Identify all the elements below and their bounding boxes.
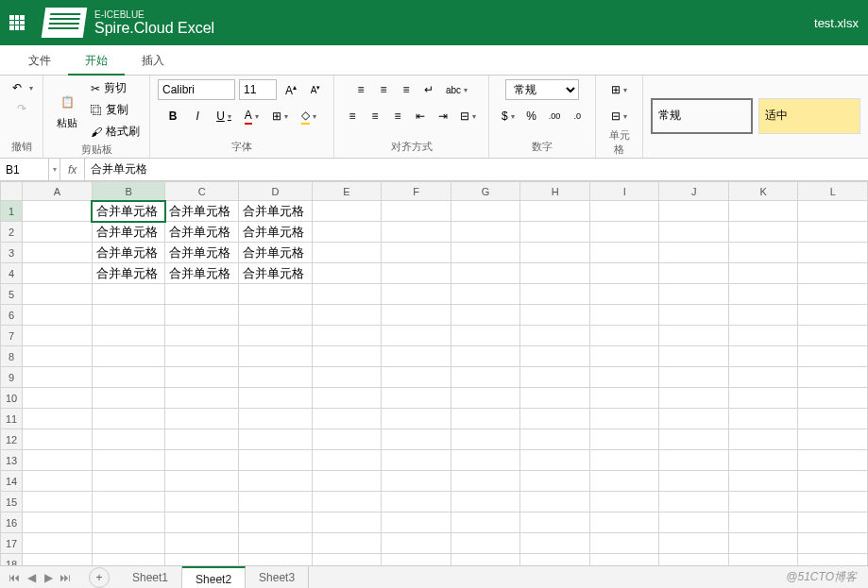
cell-H15[interactable]	[520, 492, 590, 512]
cell-H17[interactable]	[520, 533, 590, 554]
col-header-K[interactable]: K	[728, 182, 798, 201]
style-neutral[interactable]: 适中	[758, 98, 860, 134]
cell-G9[interactable]	[451, 367, 520, 388]
cell-D6[interactable]	[239, 305, 313, 326]
cell-J17[interactable]	[659, 533, 729, 554]
paste-button[interactable]: 📋 粘贴	[51, 88, 83, 132]
sheet-next-button[interactable]: ▶	[40, 569, 57, 586]
cell-H11[interactable]	[520, 409, 590, 429]
cell-D16[interactable]	[239, 512, 313, 533]
cell-B13[interactable]	[92, 450, 165, 471]
cell-C11[interactable]	[165, 409, 239, 429]
cell-A6[interactable]	[23, 305, 93, 326]
cell-F2[interactable]	[382, 222, 451, 243]
cell-E14[interactable]	[312, 471, 382, 492]
italic-button[interactable]: I	[187, 106, 208, 126]
row-header-14[interactable]: 14	[1, 471, 23, 492]
cell-G2[interactable]	[451, 222, 520, 243]
cell-K13[interactable]	[728, 450, 798, 471]
font-name-combo[interactable]	[158, 79, 235, 100]
cell-F9[interactable]	[382, 367, 451, 388]
wrap-text-button[interactable]: ↵	[418, 79, 439, 100]
insert-cell-button[interactable]: ⊞▾	[606, 79, 632, 100]
row-header-11[interactable]: 11	[1, 409, 23, 429]
col-header-B[interactable]: B	[92, 182, 165, 201]
cell-I16[interactable]	[589, 512, 659, 533]
cell-D9[interactable]	[239, 367, 313, 388]
cell-E18[interactable]	[312, 554, 382, 566]
cell-C15[interactable]	[165, 492, 239, 512]
cell-L11[interactable]	[798, 409, 868, 429]
cell-K7[interactable]	[728, 326, 798, 346]
cell-E7[interactable]	[312, 326, 382, 346]
cell-D12[interactable]	[239, 429, 313, 450]
col-header-C[interactable]: C	[165, 182, 239, 201]
cell-H9[interactable]	[520, 367, 590, 388]
row-header-17[interactable]: 17	[1, 533, 23, 554]
add-sheet-button[interactable]: +	[89, 567, 110, 588]
cell-H16[interactable]	[520, 512, 590, 533]
cell-E10[interactable]	[312, 388, 382, 409]
cell-G17[interactable]	[451, 533, 520, 554]
sheet-tab-sheet1[interactable]: Sheet1	[119, 566, 182, 589]
cell-E9[interactable]	[312, 367, 382, 388]
cell-K17[interactable]	[728, 533, 798, 554]
cell-H18[interactable]	[520, 554, 590, 566]
cell-E13[interactable]	[312, 450, 382, 471]
cell-B10[interactable]	[92, 388, 165, 409]
cell-J9[interactable]	[659, 367, 729, 388]
cell-G13[interactable]	[451, 450, 520, 471]
cell-K16[interactable]	[728, 512, 798, 533]
bold-button[interactable]: B	[162, 106, 183, 126]
cell-G11[interactable]	[451, 409, 520, 429]
cell-J8[interactable]	[659, 346, 729, 367]
name-box[interactable]: B1	[0, 159, 49, 180]
cell-L4[interactable]	[798, 263, 868, 284]
row-header-3[interactable]: 3	[1, 243, 23, 263]
cell-J16[interactable]	[659, 512, 729, 533]
cell-C1[interactable]: 合并单元格	[165, 201, 239, 222]
cell-F18[interactable]	[382, 554, 451, 566]
cell-H6[interactable]	[520, 305, 590, 326]
cell-A15[interactable]	[23, 492, 93, 512]
cell-D7[interactable]	[239, 326, 313, 346]
cell-H7[interactable]	[520, 326, 590, 346]
cut-button[interactable]: ✂ 剪切	[89, 79, 142, 97]
redo-button[interactable]: ↷	[12, 100, 31, 117]
cell-F3[interactable]	[382, 243, 451, 263]
app-launcher-icon[interactable]	[9, 15, 25, 30]
font-color-button[interactable]: A▾	[240, 106, 264, 126]
cell-A16[interactable]	[23, 512, 93, 533]
align-top-button[interactable]: ≡	[350, 79, 371, 100]
cell-J14[interactable]	[659, 471, 729, 492]
cell-A11[interactable]	[23, 409, 93, 429]
cell-D14[interactable]	[239, 471, 313, 492]
cell-D3[interactable]: 合并单元格	[239, 243, 313, 263]
cell-E4[interactable]	[312, 263, 382, 284]
cell-H5[interactable]	[520, 284, 590, 305]
style-normal[interactable]: 常规	[651, 98, 753, 134]
sheet-prev-button[interactable]: ◀	[23, 569, 40, 586]
cell-F6[interactable]	[382, 305, 451, 326]
cell-B14[interactable]	[92, 471, 165, 492]
copy-button[interactable]: ⿻ 复制	[89, 101, 142, 119]
cell-A12[interactable]	[23, 429, 93, 450]
cell-J7[interactable]	[659, 326, 729, 346]
cell-E6[interactable]	[312, 305, 382, 326]
col-header-D[interactable]: D	[239, 182, 313, 201]
cell-I18[interactable]	[589, 554, 659, 566]
border-button[interactable]: ⊞▾	[267, 106, 293, 126]
row-header-9[interactable]: 9	[1, 367, 23, 388]
cell-B7[interactable]	[92, 326, 165, 346]
cell-I13[interactable]	[589, 450, 659, 471]
decrease-decimal-button[interactable]: .0	[567, 106, 587, 126]
col-header-H[interactable]: H	[520, 182, 590, 201]
cell-K3[interactable]	[728, 243, 798, 263]
cell-H2[interactable]	[520, 222, 590, 243]
cell-D11[interactable]	[239, 409, 313, 429]
cell-K14[interactable]	[728, 471, 798, 492]
tab-insert[interactable]: 插入	[125, 45, 181, 76]
cell-C12[interactable]	[165, 429, 239, 450]
col-header-E[interactable]: E	[312, 182, 382, 201]
cell-E17[interactable]	[312, 533, 382, 554]
